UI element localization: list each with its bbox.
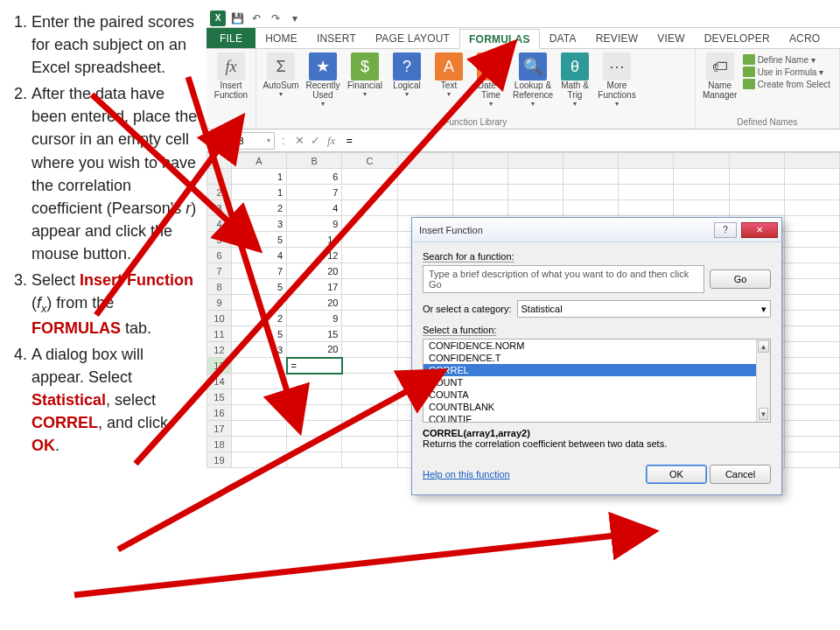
row-header[interactable]: 18 (207, 437, 232, 452)
recently-used-button[interactable]: ★Recently Used▾ (304, 51, 342, 108)
cell[interactable]: 7 (287, 185, 342, 200)
row-header[interactable]: 2 (207, 185, 232, 200)
cell[interactable] (231, 452, 286, 468)
date-time-button[interactable]: 🕑Date & Time▾ (472, 51, 510, 108)
ok-button[interactable]: OK (646, 465, 707, 484)
tab-view[interactable]: VIEW (648, 28, 694, 48)
cancel-formula-icon[interactable]: ✕ (292, 133, 308, 149)
cell[interactable]: 20 (287, 342, 342, 358)
tab-page-layout[interactable]: PAGE LAYOUT (366, 28, 459, 48)
cell[interactable] (231, 358, 286, 374)
category-select[interactable]: Statistical▾ (517, 300, 772, 318)
cell[interactable] (231, 405, 286, 421)
cell[interactable] (342, 405, 397, 421)
dialog-titlebar[interactable]: Insert Function ? ✕ (412, 218, 781, 242)
cell[interactable]: 15 (287, 326, 342, 342)
cell[interactable]: 3 (231, 216, 286, 232)
cell[interactable] (342, 279, 397, 295)
cell[interactable]: 12 (287, 248, 342, 263)
row-header[interactable]: 5 (207, 232, 232, 248)
col-header[interactable]: B (287, 153, 342, 169)
help-link[interactable]: Help on this function (423, 469, 510, 480)
row-header[interactable]: 11 (207, 326, 232, 342)
help-button[interactable]: ? (714, 222, 737, 238)
cell[interactable] (342, 248, 397, 263)
math-trig-button[interactable]: θMath & Trig▾ (556, 51, 594, 108)
cell[interactable] (287, 389, 342, 405)
row-header[interactable]: 16 (207, 405, 232, 421)
cell[interactable]: 5 (231, 326, 286, 342)
cell[interactable] (342, 232, 397, 248)
cell[interactable] (287, 374, 342, 389)
cell[interactable] (287, 421, 342, 437)
function-list-item[interactable]: COUNTA (424, 388, 770, 401)
cell[interactable] (342, 216, 397, 232)
cell[interactable]: 5 (231, 232, 286, 248)
cell[interactable]: 14 (287, 232, 342, 248)
scrollbar[interactable]: ▲ ▼ (756, 340, 770, 422)
function-listbox[interactable]: CONFIDENCE.NORMCONFIDENCE.TCORRELCOUNTCO… (423, 339, 771, 423)
row-header[interactable]: 7 (207, 263, 232, 279)
function-list-item[interactable]: COUNTIF (424, 413, 770, 423)
scroll-down-icon[interactable]: ▼ (759, 408, 768, 420)
more-functions-button[interactable]: ⋯More Functions▾ (598, 51, 636, 108)
cell[interactable]: 7 (231, 263, 286, 279)
define-name-button[interactable]: Define Name ▾ (743, 54, 830, 65)
cell[interactable]: 6 (287, 169, 342, 185)
active-cell[interactable]: = (287, 358, 342, 374)
row-header[interactable]: 6 (207, 248, 232, 263)
cell[interactable]: 1 (231, 185, 286, 200)
financial-button[interactable]: $Financial▾ (346, 51, 384, 108)
fx-bar-icon[interactable]: fx (324, 133, 340, 149)
cell[interactable]: 8 (231, 295, 286, 311)
cell[interactable] (342, 326, 397, 342)
go-button[interactable]: Go (710, 270, 771, 289)
cell[interactable]: 17 (287, 279, 342, 295)
cell[interactable] (342, 295, 397, 311)
insert-function-button[interactable]: fx Insert Function (212, 51, 250, 100)
undo-icon[interactable]: ↶ (248, 10, 264, 26)
row-header[interactable]: 1 (207, 169, 232, 185)
cell[interactable]: 9 (287, 311, 342, 326)
cell[interactable] (287, 452, 342, 468)
close-button[interactable]: ✕ (741, 222, 778, 238)
cell[interactable]: 3 (231, 342, 286, 358)
cell[interactable] (342, 452, 397, 468)
name-box[interactable]: B13▾ (222, 132, 275, 150)
tab-home[interactable]: HOME (256, 28, 307, 48)
tab-acrobat[interactable]: Acro (780, 28, 830, 48)
row-header[interactable]: 3 (207, 200, 232, 216)
row-header[interactable]: 10 (207, 311, 232, 326)
tab-formulas[interactable]: FORMULAS (459, 29, 540, 49)
tab-developer[interactable]: DEVELOPER (695, 28, 780, 48)
cell[interactable] (287, 437, 342, 452)
function-list-item[interactable]: COUNT (424, 376, 770, 388)
cell[interactable] (231, 437, 286, 452)
row-header[interactable]: 9 (207, 295, 232, 311)
cell[interactable] (342, 358, 397, 374)
row-header[interactable]: 19 (207, 452, 232, 468)
function-list-item[interactable]: CORREL (424, 364, 770, 376)
tab-file[interactable]: FILE (206, 28, 256, 48)
cell[interactable]: 4 (231, 248, 286, 263)
cell[interactable] (342, 263, 397, 279)
redo-icon[interactable]: ↷ (268, 10, 284, 26)
cell[interactable] (342, 311, 397, 326)
function-list-item[interactable]: CONFIDENCE.NORM (424, 340, 770, 352)
cell[interactable]: 4 (287, 200, 342, 216)
save-icon[interactable]: 💾 (229, 10, 245, 26)
tab-data[interactable]: DATA (540, 28, 586, 48)
qat-dropdown-icon[interactable]: ▾ (287, 10, 303, 26)
create-from-selection-button[interactable]: Create from Select (743, 79, 830, 89)
row-header[interactable]: 12 (207, 342, 232, 358)
cell[interactable]: 2 (231, 311, 286, 326)
logical-button[interactable]: ?Logical▾ (388, 51, 426, 108)
cancel-button[interactable]: Cancel (710, 465, 771, 484)
scroll-up-icon[interactable]: ▲ (758, 340, 769, 353)
cell[interactable] (231, 374, 286, 389)
row-header[interactable]: 13 (207, 358, 232, 374)
text-button[interactable]: AText▾ (430, 51, 468, 108)
cell[interactable]: 9 (287, 216, 342, 232)
cell[interactable]: 5 (231, 279, 286, 295)
col-header[interactable]: A (231, 153, 286, 169)
